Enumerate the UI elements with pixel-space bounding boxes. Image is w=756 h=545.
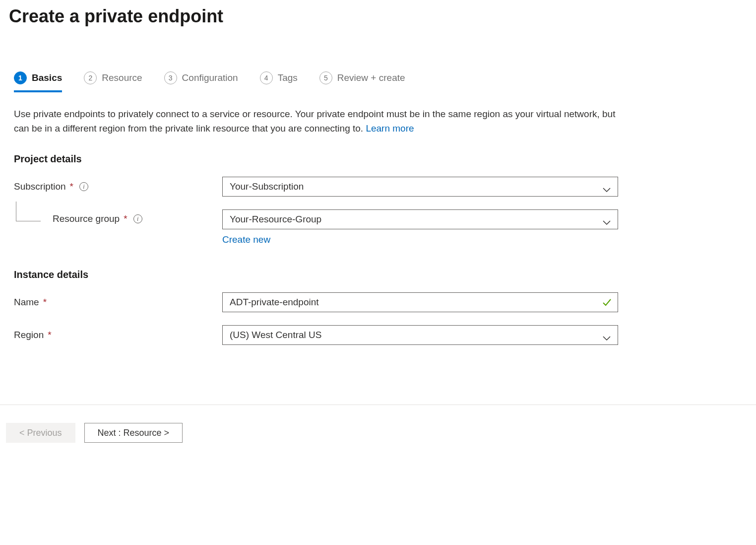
tab-review-create[interactable]: 5 Review + create [319,71,405,92]
required-asterisk-icon: * [70,181,73,192]
tab-label: Basics [32,72,62,83]
name-label: Name * [14,297,222,308]
tab-label: Review + create [337,72,405,83]
subscription-select[interactable]: Your-Subscription [222,177,618,197]
input-value: ADT-private-endpoint [230,297,319,308]
info-icon[interactable]: i [133,214,142,223]
tab-description: Use private endpoints to privately conne… [14,107,629,136]
next-button[interactable]: Next : Resource > [84,423,183,443]
resource-group-select[interactable]: Your-Resource-Group [222,209,618,229]
region-label: Region * [14,330,222,341]
select-value: Your-Resource-Group [230,214,321,225]
label-text: Subscription [14,181,66,192]
select-value: Your-Subscription [230,181,304,192]
resource-group-row: Resource group * i Your-Resource-Group C… [14,209,742,245]
tab-label: Tags [278,72,298,83]
required-asterisk-icon: * [124,213,127,224]
step-number-icon: 5 [319,71,332,84]
step-number-icon: 2 [84,71,97,84]
name-input[interactable]: ADT-private-endpoint [222,292,618,312]
subscription-label: Subscription * i [14,181,222,192]
subscription-row: Subscription * i Your-Subscription [14,177,742,197]
tree-indent-icon [16,202,41,221]
step-number-icon: 3 [164,71,177,84]
required-asterisk-icon: * [43,297,47,308]
previous-button: < Previous [6,423,75,443]
tab-basics[interactable]: 1 Basics [14,71,62,92]
label-text: Resource group [53,213,120,224]
wizard-tabs: 1 Basics 2 Resource 3 Configuration 4 Ta… [14,71,742,92]
chevron-down-icon [603,184,611,189]
label-text: Name [14,297,39,308]
resource-group-label: Resource group * i [14,209,222,224]
create-new-link[interactable]: Create new [222,234,270,245]
tab-resource[interactable]: 2 Resource [84,71,142,92]
name-row: Name * ADT-private-endpoint [14,292,742,312]
instance-details-heading: Instance details [14,269,742,280]
chevron-down-icon [603,333,611,338]
learn-more-link[interactable]: Learn more [366,123,414,134]
region-select[interactable]: (US) West Central US [222,325,618,345]
step-number-icon: 1 [14,71,27,84]
tab-tags[interactable]: 4 Tags [260,71,298,92]
description-text: Use private endpoints to privately conne… [14,109,615,134]
region-row: Region * (US) West Central US [14,325,742,345]
tab-configuration[interactable]: 3 Configuration [164,71,238,92]
tab-label: Resource [102,72,142,83]
tab-label: Configuration [182,72,238,83]
required-asterisk-icon: * [48,330,51,341]
select-value: (US) West Central US [230,330,321,341]
label-text: Region [14,330,44,341]
wizard-footer: < Previous Next : Resource > [0,405,756,545]
page-title: Create a private endpoint [0,0,756,27]
info-icon[interactable]: i [79,182,88,191]
project-details-heading: Project details [14,153,742,165]
check-icon [602,297,612,307]
chevron-down-icon [603,217,611,222]
step-number-icon: 4 [260,71,273,84]
